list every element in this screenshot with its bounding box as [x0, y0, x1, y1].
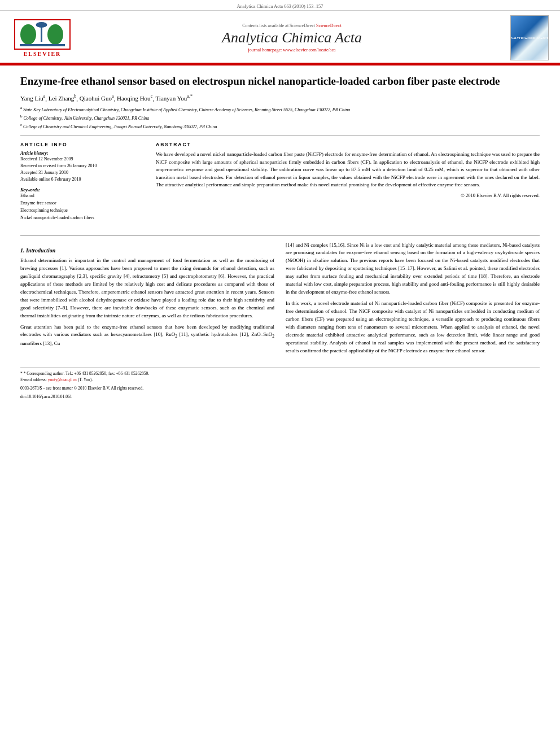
right-para-1: [14] and Ni complex [15,16]. Since Ni is… — [286, 242, 540, 297]
svg-point-2 — [36, 22, 47, 28]
article-info-label: ARTICLE INFO — [20, 142, 145, 147]
keywords-label: Keywords: — [20, 187, 145, 193]
sciencedirect-link[interactable]: ScienceDirect — [316, 23, 342, 28]
abstract-copyright: © 2010 Elsevier B.V. All rights reserved… — [156, 193, 540, 198]
intro-para-1: Ethanol determination is important in th… — [20, 257, 274, 320]
footnote-corresponding: * * Corresponding author. Tel.: +86 431 … — [20, 370, 540, 377]
keyword-2: Enzyme-free sensor — [20, 200, 145, 207]
journal-citation: Analytica Chimica Acta 663 (2010) 153–15… — [237, 3, 323, 9]
keywords-block: Keywords: Ethanol Enzyme-free sensor Ele… — [20, 187, 145, 221]
elsevier-logo: ELSEVIER — [11, 19, 73, 57]
article-info-column: ARTICLE INFO Article history: Received 1… — [20, 142, 145, 226]
body-right-column: [14] and Ni complex [15,16]. Since Ni is… — [286, 242, 540, 359]
author-lei-zhang: Lei Zhangb — [49, 95, 77, 102]
affiliation-b: b College of Chemistry, Jilin University… — [20, 113, 540, 122]
abstract-column: ABSTRACT We have developed a novel nicke… — [156, 142, 540, 226]
journal-title-center: Contents lists available at ScienceDirec… — [73, 23, 510, 53]
body-left-column: 1. Introduction Ethanol determination is… — [20, 242, 274, 359]
elsevier-tree-icon — [17, 20, 68, 49]
elsevier-brand-text: ELSEVIER — [24, 51, 62, 57]
keyword-3: Electrospinning technique — [20, 207, 145, 215]
journal-cover-image — [510, 15, 549, 60]
author-yang-liu: Yang Liua — [20, 95, 45, 102]
divider-after-affiliations — [20, 136, 540, 136]
article-history-block: Article history: Received 12 November 20… — [20, 151, 145, 183]
doi-line: doi:10.1016/j.aca.2010.01.061 — [20, 394, 540, 400]
main-content: Enzyme-free ethanol sensor based on elec… — [0, 65, 560, 409]
journal-homepage: journal homepage: www.elsevier.com/locat… — [73, 47, 510, 53]
authors-line: Yang Liua, Lei Zhangb, Qiaohui Guoa, Hao… — [20, 94, 540, 102]
affiliation-a: a State Key Laboratory of Electroanalyti… — [20, 105, 540, 113]
right-para-2: In this work, a novel electrode material… — [286, 300, 540, 355]
abstract-label: ABSTRACT — [156, 142, 540, 147]
journal-name: Analytica Chimica Acta — [73, 29, 510, 46]
contents-available-line: Contents lists available at ScienceDirec… — [73, 23, 510, 28]
affiliations: a State Key Laboratory of Electroanalyti… — [20, 105, 540, 130]
issn-line: 0003-2670/$ – see front matter © 2010 El… — [20, 385, 540, 391]
article-info-abstract-section: ARTICLE INFO Article history: Received 1… — [20, 142, 540, 226]
keyword-4: Nickel nanoparticle-loaded carbon fibers — [20, 215, 145, 222]
author-qiaohui-guo: Qiaohui Guoa — [80, 95, 114, 102]
article-title: Enzyme-free ethanol sensor based on elec… — [20, 75, 540, 89]
article-history-label: Article history: — [20, 151, 145, 156]
affiliation-c: c College of Chemistry and Chemical Engi… — [20, 122, 540, 130]
keyword-1: Ethanol — [20, 193, 145, 200]
journal-header: ELSEVIER Contents lists available at Sci… — [0, 11, 560, 64]
footer-section: * * Corresponding author. Tel.: +86 431 … — [20, 368, 540, 400]
homepage-url[interactable]: www.elsevier.com/locate/aca — [283, 47, 335, 53]
author-tianyan-you: Tianyan Youa,* — [156, 95, 193, 102]
divider-before-body — [20, 235, 540, 236]
svg-point-4 — [47, 24, 63, 45]
elsevier-logo-box — [14, 19, 71, 50]
email-address[interactable]: youty@ciac.jl.cn — [48, 377, 77, 382]
svg-point-3 — [20, 24, 36, 45]
svg-rect-5 — [20, 44, 65, 46]
abstract-text: We have developed a novel nickel nanopar… — [156, 151, 540, 189]
intro-heading: 1. Introduction — [20, 246, 274, 255]
footnote-email: E-mail address: youty@ciac.jl.cn (T. You… — [20, 377, 540, 383]
revised-date: Received in revised form 26 January 2010 — [20, 163, 145, 169]
body-content: 1. Introduction Ethanol determination is… — [20, 242, 540, 359]
available-date: Available online 6 February 2010 — [20, 176, 145, 183]
accepted-date: Accepted 31 January 2010 — [20, 169, 145, 176]
intro-para-2: Great attention has been paid to the enz… — [20, 324, 274, 348]
received-date: Received 12 November 2009 — [20, 156, 145, 163]
journal-top-bar: Analytica Chimica Acta 663 (2010) 153–15… — [0, 0, 560, 11]
author-haoqing-hou: Haoqing Houc — [117, 95, 152, 102]
